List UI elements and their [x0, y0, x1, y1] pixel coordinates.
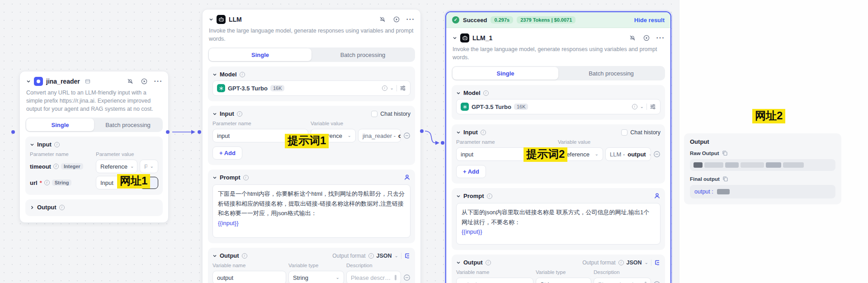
bell-slash-icon[interactable] [629, 34, 636, 42]
variable-name-input[interactable]: output [456, 278, 533, 283]
redacted-blob [717, 189, 730, 194]
node-title: LLM [229, 16, 242, 23]
final-output-row: output : [690, 185, 835, 198]
param-row-timeout: timeout i Integer Reference⌄ Please sele… [30, 160, 158, 173]
highlight-label-prompt1: 提示词1 [285, 134, 329, 148]
node-jina-reader[interactable]: jina_reader ··· Convert any URL to an LL… [19, 71, 169, 223]
structured-output-icon[interactable] [404, 253, 410, 259]
collapse-chevron-icon[interactable] [453, 36, 457, 40]
redacted-blob [725, 162, 739, 168]
prompt-editor[interactable]: 下面是一个html内容，你要解析这个html，找到网址的导航部分，只去分析链接和… [212, 184, 410, 238]
section-chevron-icon[interactable] [212, 112, 217, 116]
variable-select[interactable]: jina_reader -content⌄ [358, 129, 401, 142]
section-chevron-icon[interactable] [212, 175, 217, 180]
raw-output-label: Raw Output [690, 151, 719, 156]
duration-badge: 0.297s [491, 16, 513, 24]
node-title: LLM_1 [472, 34, 492, 42]
description-input[interactable]: Please describe the purpose of the [346, 271, 401, 283]
highlight-label-url1: 网址1 [117, 174, 150, 189]
llm-node-icon [217, 15, 226, 24]
section-chevron-icon[interactable] [456, 130, 461, 135]
prompt-editor[interactable]: 从下面的json内容里取出链接名称是 联系方式，公司信息的网址,输出1个网址就行… [456, 203, 660, 245]
section-chevron-icon[interactable] [456, 194, 461, 198]
section-title: Input [463, 129, 478, 136]
copy-icon[interactable] [722, 150, 728, 156]
highlight-label-prompt2: 提示词2 [524, 147, 567, 162]
model-select[interactable]: GPT-3.5 Turbo 16K i ⌄ [212, 80, 410, 96]
context-badge: 16K [270, 85, 285, 91]
col-variable-type: Variable type [288, 263, 346, 268]
run-step-icon[interactable] [393, 16, 400, 23]
section-title: Input [37, 141, 52, 148]
more-icon[interactable]: ··· [657, 34, 664, 42]
collapse-chevron-icon[interactable] [209, 17, 213, 22]
bell-slash-icon[interactable] [127, 78, 134, 85]
prompt-role-icon[interactable] [654, 193, 660, 199]
section-chevron-icon[interactable] [212, 72, 217, 77]
col-parameter-value: Parameter value [96, 151, 134, 157]
model-params-icon[interactable] [400, 85, 406, 91]
tab-batch[interactable]: Batch processing [94, 118, 162, 131]
info-icon: i [382, 85, 387, 91]
model-section: Model i GPT-3.5 Turbo 16K i ⌄ [452, 85, 665, 120]
output-format-value[interactable]: JSON [377, 253, 392, 259]
output-format-value[interactable]: JSON [627, 259, 642, 266]
context-badge: 16K [514, 104, 528, 110]
more-icon[interactable]: ··· [155, 78, 162, 85]
model-select[interactable]: GPT-3.5 Turbo 16K i ⌄ [456, 99, 660, 114]
tab-batch[interactable]: Batch processing [311, 48, 414, 61]
section-chevron-icon[interactable] [30, 205, 34, 210]
variable-select[interactable]: LLM -output⌄ [605, 147, 651, 161]
more-icon[interactable]: ··· [407, 16, 414, 23]
info-icon: i [486, 260, 491, 265]
prompt-role-icon[interactable] [404, 174, 410, 181]
section-chevron-icon[interactable] [212, 254, 217, 258]
chat-history-checkbox[interactable]: Chat history [621, 129, 660, 136]
description-input[interactable]: Please describe the purpose of the [594, 278, 651, 283]
remove-row-icon[interactable] [403, 274, 410, 281]
tab-single[interactable]: Single [209, 48, 311, 61]
value-select[interactable]: Please select⌄ [140, 160, 158, 173]
section-chevron-icon[interactable] [30, 142, 34, 147]
node-description: Invoke the large language model, generat… [446, 43, 670, 61]
section-title: Output [463, 259, 483, 266]
hide-result-link[interactable]: Hide result [634, 17, 665, 24]
add-param-button[interactable]: + Add [456, 165, 486, 178]
info-icon: i [59, 205, 65, 210]
remove-row-icon[interactable] [403, 132, 410, 139]
add-param-button[interactable]: + Add [212, 146, 242, 160]
checkbox-icon[interactable] [371, 111, 377, 117]
tab-single[interactable]: Single [26, 118, 94, 131]
prompt-text: 下面是一个html内容，你要解析这个html，找到网址的导航部分，只去分析链接和… [218, 189, 405, 218]
highlight-label-url2: 网址2 [752, 109, 785, 123]
run-step-icon[interactable] [141, 78, 148, 85]
section-chevron-icon[interactable] [456, 260, 461, 265]
remove-row-icon[interactable] [653, 281, 660, 283]
section-title: Model [463, 90, 481, 96]
prompt-variable: {{input}} [462, 227, 655, 236]
checkbox-icon[interactable] [621, 129, 627, 136]
structured-output-icon[interactable] [654, 259, 660, 266]
variable-type-select[interactable]: String⌄ [536, 278, 591, 283]
llm-node-icon [460, 33, 469, 42]
chat-history-checkbox[interactable]: Chat history [371, 111, 410, 117]
bell-slash-icon[interactable] [379, 16, 386, 23]
variable-name-input[interactable]: output [212, 271, 286, 283]
model-name: GPT-3.5 Turbo [228, 85, 268, 92]
mode-tabs: Single Batch processing [208, 47, 415, 62]
run-step-icon[interactable] [643, 34, 650, 42]
section-chevron-icon[interactable] [456, 91, 461, 95]
variable-type-select[interactable]: String⌄ [288, 271, 344, 283]
mode-select[interactable]: Reference⌄ [96, 160, 137, 173]
info-icon: i [240, 72, 245, 77]
info-icon: i [242, 253, 247, 259]
tab-single[interactable]: Single [453, 67, 558, 80]
copy-icon[interactable] [722, 176, 728, 182]
section-title: Output [220, 252, 239, 259]
output-section: Output i Output format i JSON ⌄ Variable… [208, 248, 415, 283]
model-params-icon[interactable] [650, 104, 656, 110]
tab-batch[interactable]: Batch processing [558, 67, 664, 80]
remove-row-icon[interactable] [653, 151, 660, 158]
status-label: Succeed [463, 17, 487, 24]
collapse-chevron-icon[interactable] [26, 79, 31, 84]
